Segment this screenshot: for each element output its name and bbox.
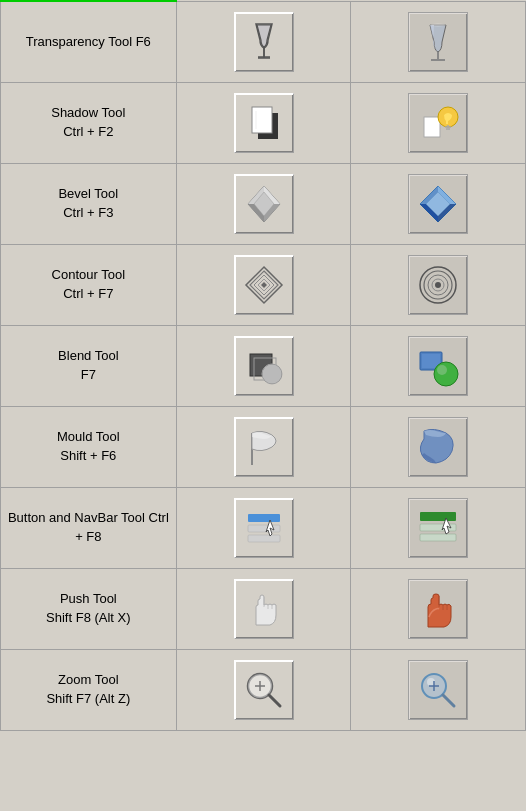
tool-icon-cell-navbar-2[interactable] [351, 487, 526, 568]
tool-icon-zoom-alt[interactable] [408, 660, 468, 720]
svg-marker-46 [266, 520, 274, 536]
table-row: Blend ToolF7 [1, 325, 526, 406]
svg-line-53 [269, 695, 280, 706]
tool-label-bevel: Bevel ToolCtrl + F3 [1, 163, 177, 244]
tool-icon-contour-alt[interactable] [408, 255, 468, 315]
tool-icon-shadow[interactable] [234, 93, 294, 153]
table-row: Button and NavBar Tool Ctrl + F8 [1, 487, 526, 568]
tool-icon-cell-push-1[interactable] [176, 568, 351, 649]
svg-rect-44 [248, 525, 280, 532]
tool-icon-cell-navbar-1[interactable] [176, 487, 351, 568]
svg-rect-45 [248, 535, 280, 542]
tool-label-shadow: Shadow ToolCtrl + F2 [1, 82, 177, 163]
tool-icon-cell-shadow-1[interactable] [176, 82, 351, 163]
tool-icon-transparency-alt[interactable] [408, 12, 468, 72]
tool-label-blend: Blend ToolF7 [1, 325, 177, 406]
tool-label-mould: Mould ToolShift + F6 [1, 406, 177, 487]
table-row: Push ToolShift F8 (Alt X) [1, 568, 526, 649]
tool-icon-cell-contour-1[interactable] [176, 244, 351, 325]
tool-label-push: Push ToolShift F8 (Alt X) [1, 568, 177, 649]
svg-rect-47 [420, 512, 456, 521]
table-row: Zoom ToolShift F7 (Alt Z) [1, 649, 526, 730]
tool-label-zoom: Zoom ToolShift F7 (Alt Z) [1, 649, 177, 730]
tool-icon-cell-blend-2[interactable] [351, 325, 526, 406]
tool-icon-cell-shadow-2[interactable] [351, 82, 526, 163]
tool-label-transparency: Transparency Tool F6 [1, 1, 177, 82]
svg-rect-8 [424, 117, 440, 137]
tool-icon-blend[interactable] [234, 336, 294, 396]
svg-rect-49 [420, 534, 456, 541]
tool-icon-mould[interactable] [234, 417, 294, 477]
tool-icon-cell-push-2[interactable] [351, 568, 526, 649]
svg-marker-29 [261, 282, 267, 288]
tool-icon-push[interactable] [234, 579, 294, 639]
tool-icon-cell-zoom-2[interactable] [351, 649, 526, 730]
tools-table: Transparency Tool F6 [0, 0, 526, 731]
svg-line-58 [443, 695, 454, 706]
tool-icon-cell-bevel-2[interactable] [351, 163, 526, 244]
tool-icon-contour[interactable] [234, 255, 294, 315]
tool-icon-bevel[interactable] [234, 174, 294, 234]
table-row: Bevel ToolCtrl + F3 [1, 163, 526, 244]
tool-icon-transparency[interactable] [234, 12, 294, 72]
tool-icon-cell-bevel-1[interactable] [176, 163, 351, 244]
table-row: Contour ToolCtrl + F7 [1, 244, 526, 325]
svg-point-38 [262, 364, 282, 384]
svg-point-4 [430, 23, 446, 26]
table-row: Transparency Tool F6 [1, 1, 526, 82]
tool-icon-cell-transparency-1[interactable] [176, 1, 351, 82]
svg-point-34 [435, 282, 441, 288]
tool-icon-cell-mould-2[interactable] [351, 406, 526, 487]
tool-icon-cell-blend-1[interactable] [176, 325, 351, 406]
tool-label-navbar: Button and NavBar Tool Ctrl + F8 [1, 487, 177, 568]
svg-point-41 [434, 362, 458, 386]
svg-point-42 [437, 365, 447, 375]
tool-icon-mould-alt[interactable] [408, 417, 468, 477]
tool-icon-navbar[interactable] [234, 498, 294, 558]
tool-icon-navbar-alt[interactable] [408, 498, 468, 558]
table-row: Shadow ToolCtrl + F2 [1, 82, 526, 163]
tool-icon-zoom[interactable] [234, 660, 294, 720]
tool-label-contour: Contour ToolCtrl + F7 [1, 244, 177, 325]
tool-icon-cell-contour-2[interactable] [351, 244, 526, 325]
tool-icon-cell-transparency-2[interactable] [351, 1, 526, 82]
tool-icon-push-alt[interactable] [408, 579, 468, 639]
tool-icon-cell-zoom-1[interactable] [176, 649, 351, 730]
tool-icon-bevel-alt[interactable] [408, 174, 468, 234]
table-row: Mould ToolShift + F6 [1, 406, 526, 487]
svg-rect-43 [248, 514, 280, 522]
svg-rect-6 [252, 107, 272, 133]
tool-icon-blend-alt[interactable] [408, 336, 468, 396]
tool-icon-shadow-alt[interactable] [408, 93, 468, 153]
tool-icon-cell-mould-1[interactable] [176, 406, 351, 487]
